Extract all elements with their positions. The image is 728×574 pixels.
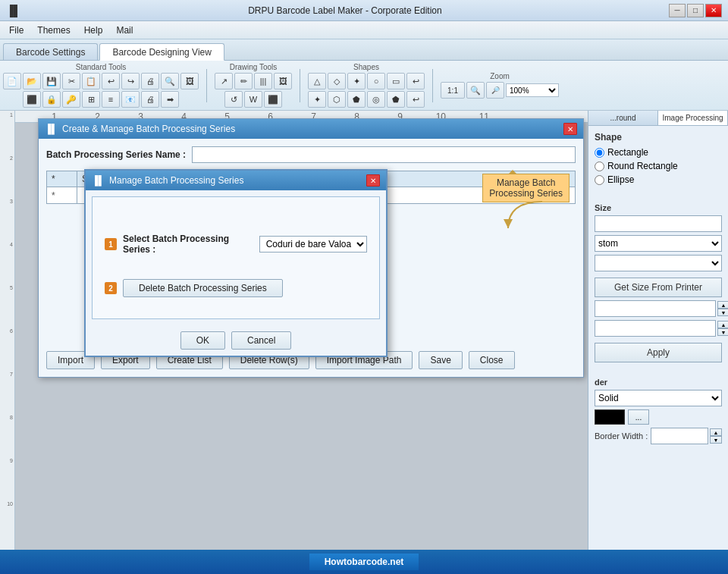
- height-spinner-buttons: ▲ ▼: [717, 321, 728, 336]
- toolbar-b3[interactable]: 🔑: [62, 91, 80, 108]
- footer-text: Howtobarcode.net: [325, 557, 404, 567]
- shape-b4[interactable]: ◎: [367, 91, 385, 108]
- shape-star[interactable]: ✦: [347, 73, 366, 89]
- border-color-row: ...: [595, 409, 722, 425]
- toolbar-cut[interactable]: ✂: [62, 73, 80, 89]
- menu-file[interactable]: File: [3, 24, 30, 37]
- shape-b3[interactable]: ⬟: [347, 91, 366, 108]
- batch-series-select[interactable]: Coduri de bare Valoare: [259, 236, 367, 252]
- shape-round-rectangle-label: Round Rectangle: [607, 161, 678, 171]
- border-color-picker[interactable]: ...: [628, 409, 649, 425]
- zoom-out-btn[interactable]: 🔎: [486, 82, 504, 99]
- footer-watermark: Howtobarcode.net: [309, 554, 419, 570]
- shape-b6[interactable]: ↩: [406, 91, 425, 108]
- toolbar-b6[interactable]: 📧: [121, 91, 140, 108]
- ok-button[interactable]: OK: [180, 331, 225, 350]
- inner-dialog-close[interactable]: ✕: [366, 174, 380, 187]
- toolbar-save[interactable]: 💾: [42, 73, 61, 89]
- border-section-title: der: [595, 378, 722, 387]
- rpanel-tab-background[interactable]: ...round: [588, 111, 658, 125]
- width-value-input[interactable]: 100.00: [595, 300, 716, 317]
- toolbar-b5[interactable]: ≡: [102, 91, 120, 108]
- menu-help[interactable]: Help: [78, 24, 109, 37]
- draw-rect[interactable]: ⬛: [264, 91, 282, 108]
- width-increment[interactable]: ▲: [717, 301, 728, 309]
- zoom-in-btn[interactable]: 🔍: [466, 82, 485, 99]
- shape-rectangle[interactable]: Rectangle: [595, 147, 722, 158]
- draw-image[interactable]: 🖼: [274, 73, 292, 89]
- shape-b1[interactable]: ✦: [308, 91, 326, 108]
- toolbar-b4[interactable]: ⊞: [82, 91, 100, 108]
- border-width-value[interactable]: 1: [651, 428, 708, 444]
- border-width-increment[interactable]: ▲: [710, 428, 722, 436]
- title-bar: ▐▌ DRPU Barcode Label Maker - Corporate …: [0, 0, 728, 21]
- toolbar-b7[interactable]: 🖨: [141, 91, 159, 108]
- toolbar-undo[interactable]: ↩: [102, 73, 120, 89]
- step-badge-2: 2: [105, 282, 117, 294]
- minimize-button[interactable]: ─: [669, 4, 686, 17]
- border-width-decrement[interactable]: ▼: [710, 436, 722, 444]
- draw-text[interactable]: W: [244, 91, 262, 108]
- cancel-button[interactable]: Cancel: [231, 331, 291, 350]
- border-style-select[interactable]: Solid: [595, 390, 722, 406]
- batch-name-label: Batch Processing Series Name :: [46, 149, 186, 160]
- toolbar-image[interactable]: 🖼: [180, 73, 199, 89]
- border-color-swatch[interactable]: [595, 409, 625, 425]
- toolbar-area: Standard Tools 📄 📂 💾 ✂ 📋 ↩ ↪ 🖨 🔍 🖼 ⬛ 🔒 🔑…: [0, 61, 728, 111]
- tab-barcode-settings[interactable]: Barcode Settings: [3, 43, 98, 60]
- size-select2[interactable]: [595, 255, 722, 271]
- shape-tri[interactable]: △: [308, 73, 326, 89]
- save-button[interactable]: Save: [419, 351, 462, 369]
- delete-row: 2 Delete Batch Processing Series: [105, 279, 367, 297]
- toolbar-new[interactable]: 📄: [3, 73, 21, 89]
- batch-dialog-close[interactable]: ✕: [563, 123, 577, 135]
- toolbar-b8[interactable]: ➡: [161, 91, 179, 108]
- close-batch-button[interactable]: Close: [469, 351, 515, 369]
- draw-rotate[interactable]: ↺: [224, 91, 243, 108]
- menu-themes[interactable]: Themes: [31, 24, 76, 37]
- width-decrement[interactable]: ▼: [717, 309, 728, 316]
- size-width-input[interactable]: ocument 1: [595, 215, 722, 232]
- manage-batch-label: Manage BatchProcessing Series: [489, 177, 563, 199]
- right-panel-tabs: ...round Image Processing: [588, 111, 728, 126]
- zoom-ratio-btn[interactable]: 1:1: [441, 82, 465, 99]
- toolbar-copy[interactable]: 📋: [82, 73, 100, 89]
- tab-barcode-designing[interactable]: Barcode Designing View: [99, 43, 224, 61]
- maximize-button[interactable]: □: [687, 4, 704, 17]
- tab-bar: Barcode Settings Barcode Designing View: [0, 39, 728, 61]
- toolbar-b2[interactable]: 🔒: [42, 91, 61, 108]
- get-size-from-printer-button[interactable]: Get Size From Printer: [595, 278, 722, 297]
- size-height-select[interactable]: stom: [595, 235, 722, 252]
- delete-batch-button[interactable]: Delete Batch Processing Series: [123, 279, 283, 297]
- draw-pen[interactable]: ✏: [234, 73, 253, 89]
- shape-b2[interactable]: ⬡: [328, 91, 346, 108]
- shape-circ[interactable]: ○: [367, 73, 385, 89]
- toolbar-redo[interactable]: ↪: [121, 73, 140, 89]
- rpanel-tab-image-processing[interactable]: Image Processing: [658, 111, 728, 125]
- shape-undo[interactable]: ↩: [406, 73, 425, 89]
- toolbar-zoom-in[interactable]: 🔍: [161, 73, 179, 89]
- draw-barcode[interactable]: |||: [254, 73, 272, 89]
- toolbar-b1[interactable]: ⬛: [23, 91, 41, 108]
- toolbar-print[interactable]: 🖨: [141, 73, 159, 89]
- manage-batch-button[interactable]: Manage BatchProcessing Series: [482, 174, 570, 202]
- shape-ellipse[interactable]: Ellipse: [595, 174, 722, 185]
- standard-tools-label: Standard Tools: [76, 63, 127, 71]
- height-increment[interactable]: ▲: [717, 321, 728, 328]
- height-value-input[interactable]: 100.00: [595, 320, 716, 337]
- shape-b5[interactable]: ⬟: [387, 91, 405, 108]
- toolbar-open[interactable]: 📂: [23, 73, 41, 89]
- menu-mail[interactable]: Mail: [110, 24, 139, 37]
- close-button[interactable]: ✕: [705, 4, 722, 17]
- shape-radio-group: Rectangle Round Rectangle Ellipse: [595, 147, 722, 185]
- zoom-select[interactable]: 100% 50% 75% 125% 150% 200%: [506, 83, 559, 97]
- drawing-tools-group: Drawing Tools ↗ ✏ ||| 🖼 ↺ W ⬛: [215, 63, 292, 108]
- height-decrement[interactable]: ▼: [717, 328, 728, 336]
- canvas-area: 1 2 3 4 5 6 7 8 9 10 11 ▐▌ Create & Mana…: [15, 111, 588, 557]
- shape-round-rectangle[interactable]: Round Rectangle: [595, 161, 722, 171]
- apply-button[interactable]: Apply: [595, 343, 722, 362]
- shape-dia[interactable]: ◇: [328, 73, 346, 89]
- step-badge-1: 1: [105, 238, 117, 250]
- draw-arrow[interactable]: ↗: [215, 73, 233, 89]
- shape-rect[interactable]: ▭: [387, 73, 405, 89]
